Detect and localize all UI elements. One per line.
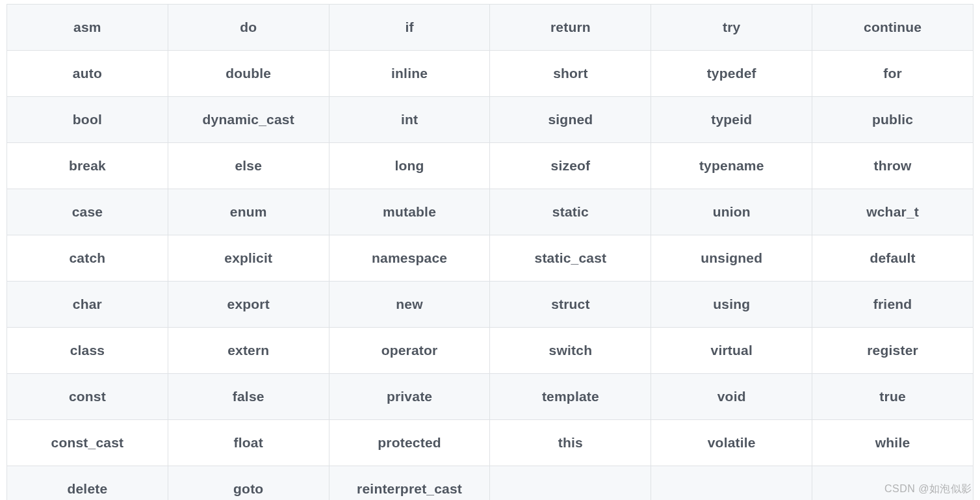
table-cell: true — [812, 374, 974, 420]
table-header-cell: try — [651, 5, 812, 51]
table-cell: union — [651, 189, 812, 235]
table-cell: case — [7, 189, 168, 235]
table-cell — [490, 466, 651, 501]
table-body: auto double inline short typedef for boo… — [7, 51, 974, 501]
table-row: case enum mutable static union wchar_t — [7, 189, 974, 235]
table-cell: wchar_t — [812, 189, 974, 235]
table-cell: reinterpret_cast — [329, 466, 490, 501]
table-cell: default — [812, 235, 974, 282]
table-cell: enum — [168, 189, 329, 235]
table-cell: int — [329, 97, 490, 143]
table-row: const false private template void true — [7, 374, 974, 420]
table-cell: switch — [490, 328, 651, 374]
table-header-row: asm do if return try continue — [7, 5, 974, 51]
table-cell: false — [168, 374, 329, 420]
table-row: const_cast float protected this volatile… — [7, 420, 974, 466]
table-cell: protected — [329, 420, 490, 466]
table-row: delete goto reinterpret_cast — [7, 466, 974, 501]
table-row: break else long sizeof typename throw — [7, 143, 974, 189]
table-cell: operator — [329, 328, 490, 374]
keywords-table: asm do if return try continue auto doubl… — [6, 4, 974, 500]
table-cell: using — [651, 282, 812, 328]
table-cell: typedef — [651, 51, 812, 97]
table-cell: typeid — [651, 97, 812, 143]
table-cell: extern — [168, 328, 329, 374]
table-cell: register — [812, 328, 974, 374]
table-cell: goto — [168, 466, 329, 501]
table-cell: void — [651, 374, 812, 420]
table-cell: auto — [7, 51, 168, 97]
table-cell: static — [490, 189, 651, 235]
table-cell: throw — [812, 143, 974, 189]
table-cell — [651, 466, 812, 501]
table-head: asm do if return try continue — [7, 5, 974, 51]
page-container: asm do if return try continue auto doubl… — [0, 0, 980, 500]
table-cell: friend — [812, 282, 974, 328]
table-cell: dynamic_cast — [168, 97, 329, 143]
table-cell: inline — [329, 51, 490, 97]
table-cell: const_cast — [7, 420, 168, 466]
table-cell: sizeof — [490, 143, 651, 189]
table-cell: mutable — [329, 189, 490, 235]
table-row: bool dynamic_cast int signed typeid publ… — [7, 97, 974, 143]
table-cell: catch — [7, 235, 168, 282]
table-cell: break — [7, 143, 168, 189]
table-header-cell: do — [168, 5, 329, 51]
table-cell: float — [168, 420, 329, 466]
table-header-cell: if — [329, 5, 490, 51]
table-row: class extern operator switch virtual reg… — [7, 328, 974, 374]
table-cell: delete — [7, 466, 168, 501]
table-cell: else — [168, 143, 329, 189]
table-row: auto double inline short typedef for — [7, 51, 974, 97]
table-cell: class — [7, 328, 168, 374]
table-cell: typename — [651, 143, 812, 189]
table-header-cell: return — [490, 5, 651, 51]
table-cell: private — [329, 374, 490, 420]
table-cell: template — [490, 374, 651, 420]
table-cell: unsigned — [651, 235, 812, 282]
table-cell: short — [490, 51, 651, 97]
table-cell: new — [329, 282, 490, 328]
table-row: char export new struct using friend — [7, 282, 974, 328]
table-cell: this — [490, 420, 651, 466]
table-cell: public — [812, 97, 974, 143]
table-cell — [812, 466, 974, 501]
table-cell: for — [812, 51, 974, 97]
table-cell: explicit — [168, 235, 329, 282]
table-header-cell: asm — [7, 5, 168, 51]
table-header-cell: continue — [812, 5, 974, 51]
table-cell: double — [168, 51, 329, 97]
table-cell: bool — [7, 97, 168, 143]
table-cell: while — [812, 420, 974, 466]
table-cell: virtual — [651, 328, 812, 374]
table-cell: volatile — [651, 420, 812, 466]
table-cell: long — [329, 143, 490, 189]
table-cell: namespace — [329, 235, 490, 282]
table-row: catch explicit namespace static_cast uns… — [7, 235, 974, 282]
table-cell: export — [168, 282, 329, 328]
table-cell: static_cast — [490, 235, 651, 282]
table-cell: char — [7, 282, 168, 328]
table-cell: const — [7, 374, 168, 420]
table-cell: signed — [490, 97, 651, 143]
table-cell: struct — [490, 282, 651, 328]
